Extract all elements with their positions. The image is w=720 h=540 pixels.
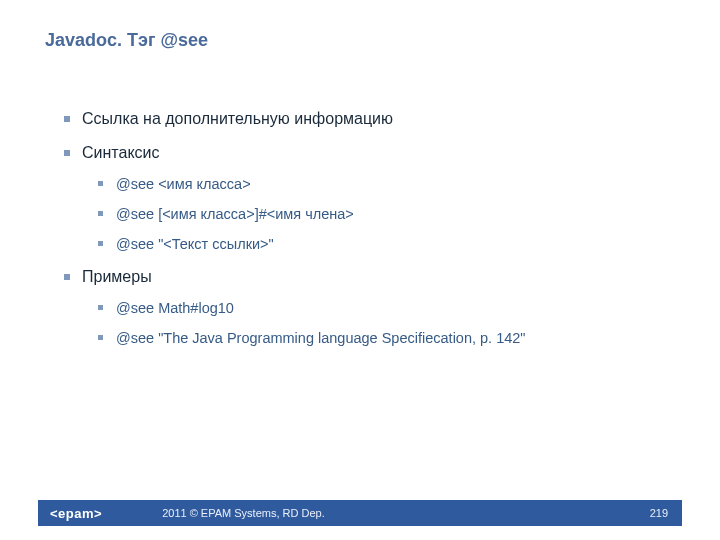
bullet-list: Ссылка на дополнительную информацию Синт… (60, 110, 660, 346)
slide: Javadoc. Тэг @see Ссылка на дополнительн… (0, 0, 720, 540)
footer-bar: <epam> 2011 © EPAM Systems, RD Dep. 219 (38, 500, 682, 526)
syntax-list: @see <имя класса> @see [<имя класса>]#<и… (82, 176, 660, 252)
example-item: @see Math#log10 (82, 300, 660, 316)
bullet-examples: Примеры @see Math#log10 @see "The Java P… (60, 268, 660, 346)
slide-title: Javadoc. Тэг @see (45, 30, 208, 51)
syntax-item: @see [<имя класса>]#<имя члена> (82, 206, 660, 222)
page-number: 219 (650, 507, 668, 519)
bullet-syntax-label: Синтаксис (82, 144, 160, 161)
example-item: @see "The Java Programming language Spec… (82, 330, 660, 346)
bullet-syntax: Синтаксис @see <имя класса> @see [<имя к… (60, 144, 660, 252)
bullet-intro: Ссылка на дополнительную информацию (60, 110, 660, 128)
syntax-item: @see "<Текст ссылки>" (82, 236, 660, 252)
slide-content: Ссылка на дополнительную информацию Синт… (60, 110, 660, 362)
syntax-item: @see <имя класса> (82, 176, 660, 192)
bullet-examples-label: Примеры (82, 268, 152, 285)
examples-list: @see Math#log10 @see "The Java Programmi… (82, 300, 660, 346)
copyright-text: 2011 © EPAM Systems, RD Dep. (162, 507, 325, 519)
epam-logo: <epam> (50, 506, 102, 521)
